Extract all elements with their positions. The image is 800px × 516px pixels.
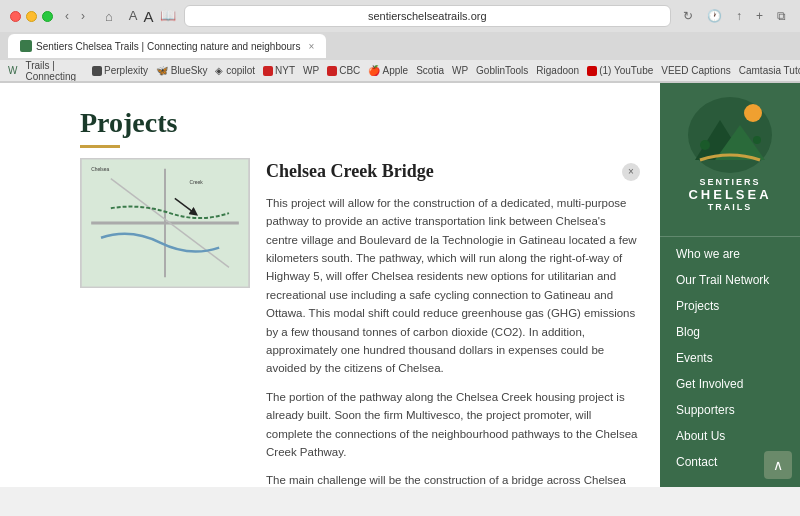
content-row: Chelsea Creek Chelsea Creek Bridge × Thi…	[60, 158, 660, 487]
bookmark-apple[interactable]: 🍎 Apple	[368, 65, 408, 76]
article-paragraph-2: The portion of the pathway along the Che…	[266, 388, 640, 462]
title-underline	[80, 145, 120, 148]
bookmark-bluesky[interactable]: 🦋 BlueSky	[156, 65, 207, 76]
scroll-up-icon: ∧	[773, 457, 783, 473]
logo-sentiers-text: SENTIERS	[699, 177, 760, 187]
nyt-icon	[263, 66, 273, 76]
reader-view-button[interactable]: 📖	[160, 8, 176, 25]
map-image: Chelsea Creek	[81, 159, 249, 287]
cbc-icon	[327, 66, 337, 76]
minimize-window-button[interactable]	[26, 11, 37, 22]
traffic-lights	[10, 11, 53, 22]
nav-trail-network[interactable]: Our Trail Network	[660, 267, 800, 293]
wp-icon: W	[8, 65, 17, 76]
new-tab-button[interactable]: +	[752, 7, 767, 25]
url-display: sentierschelseatrails.org	[368, 10, 487, 22]
titlebar: ‹ › ⌂ A A 📖 sentierschelseatrails.org ↻ …	[0, 0, 800, 32]
nav-menu: Who we are Our Trail Network Projects Bl…	[660, 224, 800, 483]
nav-who-we-are[interactable]: Who we are	[660, 241, 800, 267]
font-size-small-button[interactable]: A	[129, 8, 138, 25]
svg-point-10	[744, 104, 762, 122]
nav-events[interactable]: Events	[660, 345, 800, 371]
window-button[interactable]: ⧉	[773, 7, 790, 25]
perplexity-icon	[92, 66, 102, 76]
address-bar[interactable]: sentierschelseatrails.org	[184, 5, 671, 27]
nav-about-us[interactable]: About Us	[660, 423, 800, 449]
home-button[interactable]: ⌂	[101, 7, 117, 26]
nav-supporters[interactable]: Supporters	[660, 397, 800, 423]
browser-controls: ‹ ›	[61, 7, 89, 25]
svg-point-14	[753, 136, 761, 144]
bookmark-rigadoon[interactable]: Rigadoon	[536, 65, 579, 76]
browser-chrome: ‹ › ⌂ A A 📖 sentierschelseatrails.org ↻ …	[0, 0, 800, 83]
maximize-window-button[interactable]	[42, 11, 53, 22]
logo-image	[685, 95, 775, 175]
bookmark-youtube[interactable]: (1) YouTube	[587, 65, 653, 76]
article-paragraph-1: This project will allow for the construc…	[266, 194, 640, 378]
svg-text:Creek: Creek	[190, 180, 204, 185]
page-title: Projects	[80, 107, 640, 139]
tab-label: Sentiers Chelsea Trails | Connecting nat…	[36, 41, 300, 52]
font-size-large-button[interactable]: A	[144, 8, 154, 25]
svg-text:Chelsea: Chelsea	[91, 167, 109, 172]
bookmark-nyt[interactable]: NYT	[263, 65, 295, 76]
bookmark-veed[interactable]: VEED Captions	[661, 65, 730, 76]
tab-bar: Sentiers Chelsea Trails | Connecting nat…	[0, 32, 800, 60]
nav-projects[interactable]: Projects	[660, 293, 800, 319]
youtube-icon	[587, 66, 597, 76]
map-thumbnail: Chelsea Creek	[80, 158, 250, 288]
bookmark-perplexity[interactable]: Perplexity	[92, 65, 148, 76]
left-space	[0, 83, 60, 487]
logo-chelsea-text: CHELSEA	[688, 187, 771, 202]
back-button[interactable]: ‹	[61, 7, 73, 25]
article-content: Chelsea Creek Bridge × This project will…	[266, 158, 640, 487]
nav-get-involved[interactable]: Get Involved	[660, 371, 800, 397]
logo-area: SENTIERS CHELSEA TRAILS	[660, 83, 800, 224]
close-window-button[interactable]	[10, 11, 21, 22]
scroll-to-top-button[interactable]: ∧	[764, 451, 792, 479]
share-button[interactable]: ↑	[732, 7, 746, 25]
forward-button[interactable]: ›	[77, 7, 89, 25]
close-article-button[interactable]: ×	[622, 163, 640, 181]
projects-header: Projects	[60, 83, 660, 158]
nav-divider-top	[660, 236, 800, 237]
bookmark-scotia[interactable]: Scotia	[416, 65, 444, 76]
bookmark-goblintools[interactable]: GoblinTools	[476, 65, 528, 76]
article-text: This project will allow for the construc…	[266, 194, 640, 487]
bookmark-copilot[interactable]: ◈ copilot	[215, 65, 255, 76]
tab-favicon	[20, 40, 32, 52]
clock-button[interactable]: 🕐	[703, 7, 726, 25]
bookmarks-bar: W Sentiers Chelsea Trails | Connecting n…	[0, 60, 800, 82]
tab-close-icon[interactable]: ×	[308, 41, 314, 52]
main-area: Projects	[60, 83, 660, 487]
nav-blog[interactable]: Blog	[660, 319, 800, 345]
article-paragraph-3: The main challenge will be the construct…	[266, 471, 640, 487]
right-sidebar: SENTIERS CHELSEA TRAILS Who we are Our T…	[660, 83, 800, 487]
bookmark-cbc[interactable]: CBC	[327, 65, 360, 76]
active-tab[interactable]: Sentiers Chelsea Trails | Connecting nat…	[8, 34, 326, 58]
logo-trails-text: TRAILS	[708, 202, 753, 212]
breadcrumb-tab-label: Sentiers Chelsea Trails | Connecting nat…	[25, 60, 76, 82]
article-title-row: Chelsea Creek Bridge ×	[266, 158, 640, 186]
bookmark-wp[interactable]: WP	[303, 65, 319, 76]
bookmark-wp2[interactable]: WP	[452, 65, 468, 76]
article-title: Chelsea Creek Bridge	[266, 158, 434, 186]
page-content: Projects	[0, 83, 800, 487]
refresh-button[interactable]: ↻	[679, 7, 697, 25]
bookmark-camtasia[interactable]: Camtasia Tutorials	[739, 65, 800, 76]
svg-point-13	[700, 140, 710, 150]
